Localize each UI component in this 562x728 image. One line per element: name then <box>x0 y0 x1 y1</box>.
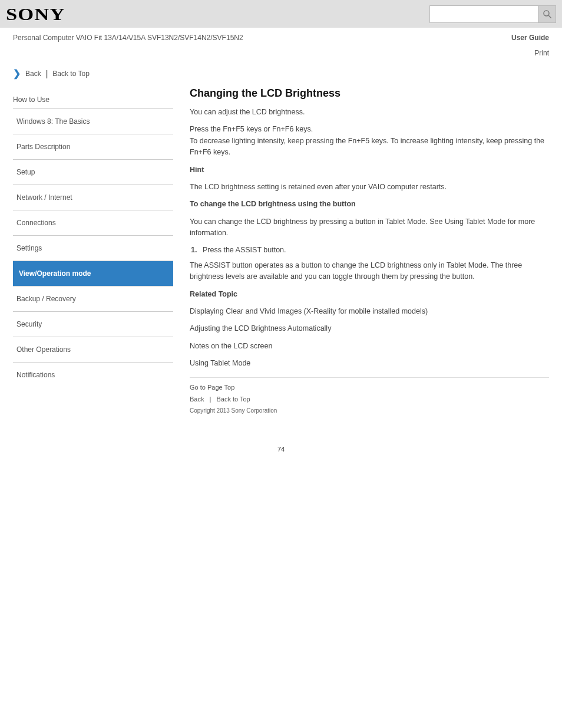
content-divider <box>190 377 549 378</box>
method2-intro: You can change the LCD brightness by pre… <box>190 216 549 239</box>
method1-text: Press the Fn+F5 keys or Fn+F6 keys.To de… <box>190 124 549 158</box>
sidebar-item-notifications[interactable]: Notifications <box>13 362 173 387</box>
related-link-2[interactable]: Notes on the LCD screen <box>190 342 272 350</box>
page-number: 74 <box>0 437 562 461</box>
hint-label: Hint <box>190 164 549 176</box>
footer-go-top[interactable]: Go to Page Top <box>190 384 234 391</box>
breadcrumb: ❯ Back | Back to Top <box>0 57 562 85</box>
brand-logo: Sony <box>6 4 65 24</box>
sidebar-item-connections[interactable]: Connections <box>13 210 173 235</box>
header-bar: Sony <box>0 0 562 28</box>
print-link[interactable]: Print <box>0 49 549 57</box>
search-button[interactable] <box>538 5 556 23</box>
crumb-back[interactable]: Back <box>25 70 41 78</box>
hint-text: The LCD brightness setting is retained e… <box>190 182 549 193</box>
step-1-number: 1. <box>191 245 199 256</box>
step-1: 1.Press the ASSIST button. <box>191 245 549 256</box>
sidebar-heading: How to Use <box>13 91 173 108</box>
crumb-top[interactable]: Back to Top <box>52 70 89 78</box>
footer-back[interactable]: Back <box>190 396 204 403</box>
svg-point-0 <box>544 11 549 16</box>
step-1-detail: The ASSIST button operates as a button t… <box>190 260 549 283</box>
main-layout: How to Use Windows 8: The Basics Parts D… <box>0 85 562 437</box>
search-input[interactable] <box>429 5 538 23</box>
sidebar-item-viewoperation[interactable]: View/Operation mode <box>13 261 173 286</box>
sidebar-item-backup[interactable]: Backup / Recovery <box>13 286 173 311</box>
subheader: Personal Computer VAIO Fit 13A/14A/15A S… <box>0 28 562 45</box>
sidebar-item-settings[interactable]: Settings <box>13 235 173 261</box>
product-line: Personal Computer VAIO Fit 13A/14A/15A S… <box>13 34 243 42</box>
sidebar-item-parts[interactable]: Parts Description <box>13 134 173 159</box>
search-icon <box>542 9 553 19</box>
related-label: Related Topic <box>190 289 549 300</box>
crumb-sep: | <box>46 69 48 78</box>
search-region <box>429 5 556 23</box>
related-link-3[interactable]: Using Tablet Mode <box>190 359 250 367</box>
steps-list: 1.Press the ASSIST button. <box>191 245 549 256</box>
sidebar: How to Use Windows 8: The Basics Parts D… <box>13 91 173 414</box>
sidebar-item-network[interactable]: Network / Internet <box>13 185 173 210</box>
related-link-1[interactable]: Adjusting the LCD Brightness Automatical… <box>190 324 331 332</box>
copyright: Copyright 2013 Sony Corporation <box>190 407 549 414</box>
method2-heading: To change the LCD brightness using the b… <box>190 199 549 210</box>
content-area: Changing the LCD Brightness You can adju… <box>190 85 549 414</box>
related-link-0[interactable]: Displaying Clear and Vivid Images (X-Rea… <box>190 307 428 315</box>
footer-links: Go to Page Top <box>190 384 549 391</box>
manual-title: User Guide <box>511 34 549 42</box>
sidebar-item-other[interactable]: Other Operations <box>13 337 173 362</box>
footer-sep: | <box>210 396 211 403</box>
sidebar-item-setup[interactable]: Setup <box>13 159 173 185</box>
chevron-right-icon: ❯ <box>13 68 21 79</box>
svg-line-1 <box>548 15 551 18</box>
sidebar-item-security[interactable]: Security <box>13 311 173 337</box>
footer-back-top[interactable]: Back to Top <box>216 396 250 403</box>
sidebar-item-windows8[interactable]: Windows 8: The Basics <box>13 108 173 134</box>
intro-text: You can adjust the LCD brightness. <box>190 107 549 118</box>
page-title: Changing the LCD Brightness <box>190 87 549 100</box>
